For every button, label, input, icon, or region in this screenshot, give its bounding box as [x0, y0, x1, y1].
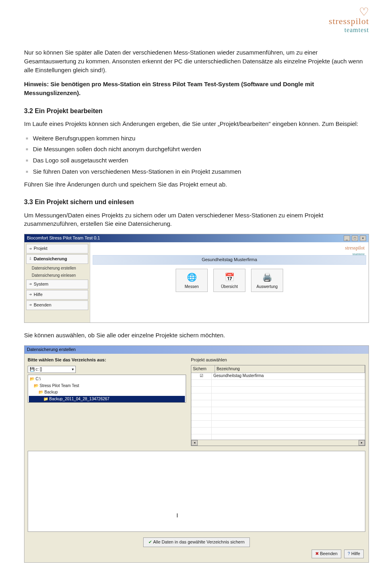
- sidebar-item-beenden[interactable]: ➔Beenden: [26, 300, 88, 310]
- sidebar-item-system[interactable]: ➔System: [26, 280, 88, 289]
- paragraph-mid: Sie können auswählen, ob Sie alle oder e…: [24, 331, 369, 340]
- table-row: [191, 421, 365, 428]
- brand-logo: ♡ stresspilot teamtest: [329, 8, 369, 34]
- col-sichern[interactable]: Sichern: [191, 365, 215, 373]
- dialog-screenshot: Datensicherung erstellen Bitte wählen Si…: [24, 345, 369, 563]
- intro-hint: Hinweis: Sie benötigen pro Mess-Station …: [24, 80, 369, 97]
- beenden-button[interactable]: ✖ Beenden: [312, 549, 341, 558]
- table-row: [191, 400, 365, 407]
- drive-select[interactable]: 💾 c: [] ▾: [28, 366, 76, 373]
- list-item: Das Logo soll ausgetauscht werden: [24, 156, 369, 165]
- sidebar-subitem-einlesen[interactable]: Datensicherung einlesen: [26, 272, 88, 280]
- chevron-down-icon: ⇩: [29, 256, 32, 262]
- bullet-list: Weitere Berufsgruppen kommen hinzu Die M…: [24, 134, 369, 176]
- project-title-bar: Gesundheitstag Musterfirma: [93, 255, 366, 265]
- minimize-icon[interactable]: _: [344, 235, 350, 241]
- checkbox-icon[interactable]: ☑: [191, 373, 212, 379]
- paragraph-3-3: Um Messungen/Daten eines Projekts zu sic…: [24, 211, 369, 229]
- folder-icon: 📂: [38, 390, 43, 394]
- tree-row: 📂 C:\: [29, 376, 185, 383]
- dropdown-icon: ▾: [72, 367, 74, 373]
- app-screenshot: Biocomfort Stress Pilot Team Test 0.1 _ …: [24, 234, 369, 323]
- print-icon: 🖨️: [251, 272, 283, 283]
- brand-text: stresspilot: [329, 16, 369, 26]
- save-all-button[interactable]: ✔ Alle Daten in das gewählte Verzeichnis…: [143, 537, 250, 547]
- list-item: Weitere Berufsgruppen kommen hinzu: [24, 134, 369, 143]
- hilfe-button[interactable]: ? Hilfe: [344, 549, 364, 558]
- messen-button[interactable]: 🌐Messen: [176, 269, 208, 292]
- dialog-title: Datensicherung erstellen: [24, 346, 369, 354]
- maximize-icon[interactable]: □: [352, 235, 358, 241]
- brand-sub: teamtest: [329, 26, 369, 34]
- sidebar-item-projekt[interactable]: ➔Projekt: [26, 244, 88, 253]
- paragraph-3-2b: Führen Sie Ihre Änderungen durch und spe…: [24, 180, 369, 189]
- chevron-right-icon: ➔: [29, 246, 32, 251]
- chevron-right-icon: ➔: [29, 302, 32, 308]
- sidebar-item-datensicherung[interactable]: ⇩Datensicherung: [26, 254, 88, 264]
- folder-icon: 📁: [43, 397, 48, 401]
- folder-icon: 📂: [34, 383, 38, 388]
- window-buttons: _ □ ×: [343, 235, 366, 241]
- calendar-icon: 📅: [214, 272, 245, 283]
- sidebar: ➔Projekt ⇩Datensicherung Datensicherung …: [24, 242, 90, 322]
- heading-3-3: 3.3 Ein Projekt sichern und einlesen: [24, 197, 369, 207]
- choose-dir-label: Bitte wählen Sie das Verzeichnis aus:: [28, 357, 186, 363]
- table-row: [191, 428, 365, 434]
- table-row: [191, 393, 365, 400]
- window-titlebar: Biocomfort Stress Pilot Team Test 0.1 _ …: [24, 234, 369, 242]
- close-icon: ✖: [315, 551, 319, 556]
- preview-pane: I: [28, 451, 365, 532]
- table-row: [191, 380, 365, 387]
- tree-row-selected: 📁 Backup_2011_04_28_134726267: [29, 396, 185, 403]
- folder-icon: 📂: [30, 377, 34, 381]
- text-cursor-icon: I: [176, 511, 178, 519]
- scroll-right-icon[interactable]: ▸: [359, 440, 365, 446]
- project-table: Sichern Bezeichnung ☑ Gesundheitstag Mus…: [191, 365, 365, 446]
- project-select-label: Projekt auswählen: [191, 357, 365, 363]
- h-scrollbar[interactable]: ◂ ▸: [191, 440, 365, 446]
- folder-tree[interactable]: 📂 C:\ 📂 Stress Pilot Team Test 📂 Backup …: [28, 375, 186, 403]
- chevron-right-icon: ➔: [29, 282, 32, 287]
- main-area: stresspilot teamtest Gesundheitstag Must…: [90, 242, 369, 322]
- check-icon: ✔: [148, 539, 152, 544]
- window-title: Biocomfort Stress Pilot Team Test 0.1: [27, 235, 100, 241]
- table-row: [191, 414, 365, 421]
- auswertung-button[interactable]: 🖨️Auswertung: [251, 269, 283, 292]
- table-row: [191, 407, 365, 414]
- paragraph-3-2: Im Laufe eines Projekts können sich Ände…: [24, 120, 369, 128]
- close-icon[interactable]: ×: [360, 235, 366, 241]
- list-item: Die Messungen sollen doch nicht anonym d…: [24, 145, 369, 154]
- table-row[interactable]: ☑ Gesundheitstag Musterfirma: [191, 373, 365, 380]
- col-bezeichnung[interactable]: Bezeichnung: [215, 365, 365, 373]
- tree-row: 📂 Backup: [29, 389, 185, 396]
- globe-icon: 🌐: [176, 272, 207, 283]
- intro-paragraph-1: Nur so können Sie später alle Daten der …: [24, 48, 369, 74]
- heading-3-2: 3.2 Ein Projekt bearbeiten: [24, 106, 369, 116]
- sidebar-item-hilfe[interactable]: ➔Hilfe: [26, 290, 88, 300]
- scroll-left-icon[interactable]: ◂: [191, 440, 198, 446]
- list-item: Sie führen Daten von verschiedenen Mess-…: [24, 167, 369, 176]
- chevron-right-icon: ➔: [29, 292, 32, 297]
- uebersicht-button[interactable]: 📅Übersicht: [213, 269, 245, 292]
- help-icon: ?: [348, 551, 350, 556]
- sidebar-subitem-erstellen[interactable]: Datensicherung erstellen: [26, 265, 88, 272]
- heart-icon: ♡: [329, 8, 369, 16]
- mini-logo: stresspilot teamtest: [345, 245, 365, 257]
- tree-row: 📂 Stress Pilot Team Test: [29, 383, 185, 389]
- table-row: [191, 387, 365, 393]
